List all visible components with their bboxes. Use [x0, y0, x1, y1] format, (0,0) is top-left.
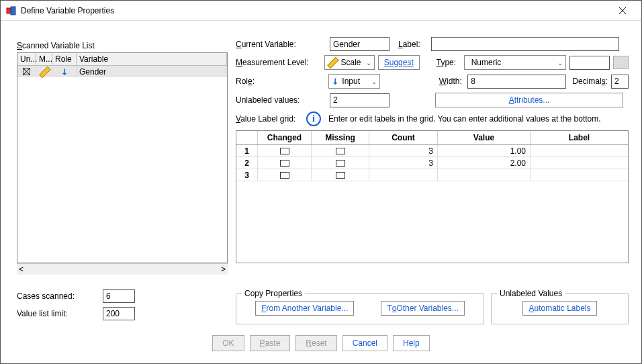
unlabeled-values-legend: Unlabeled Values [497, 289, 565, 298]
col-measure[interactable]: M... [36, 53, 52, 66]
value-label-grid[interactable]: Changed Missing Count Value Label 131.00… [236, 130, 629, 263]
checkbox-icon [280, 148, 289, 154]
type-extra-input[interactable] [569, 56, 610, 70]
titlebar: Define Variable Properties [1, 1, 641, 21]
to-other-variables-button[interactable]: To Other Variables... [381, 301, 465, 316]
value-cell[interactable]: 2.00 [438, 157, 531, 169]
automatic-labels-button[interactable]: Automatic Labels [522, 301, 596, 316]
reset-button[interactable]: Reset [295, 335, 336, 351]
current-variable-label: Current Variable: [236, 40, 326, 49]
value-label-grid-label: Value Label grid: [236, 114, 303, 124]
col-label[interactable]: Label [531, 131, 628, 144]
col-role[interactable]: Role [52, 53, 77, 66]
close-button[interactable] [609, 1, 636, 20]
checkbox-icon [336, 160, 345, 167]
chevron-down-icon: ⌄ [557, 59, 563, 66]
checkbox-icon [280, 160, 289, 167]
app-icon [6, 5, 17, 16]
chevron-down-icon: ⌄ [366, 59, 371, 66]
changed-cell[interactable] [258, 169, 312, 181]
cancel-button[interactable]: Cancel [342, 335, 387, 351]
cases-scanned-input[interactable] [103, 289, 135, 303]
label-cell[interactable] [531, 145, 628, 156]
checkbox-icon [280, 172, 289, 179]
window-title: Define Variable Properties [21, 6, 609, 15]
svg-rect-1 [11, 7, 15, 15]
scale-icon [328, 58, 337, 67]
col-variable[interactable]: Variable [77, 53, 227, 66]
checkbox-icon [336, 148, 345, 154]
missing-cell[interactable] [312, 157, 369, 169]
row-number: 1 [236, 145, 258, 156]
type-picker-button[interactable] [613, 56, 629, 69]
label-label: Label: [398, 40, 428, 49]
col-unlabeled[interactable]: Un... [17, 53, 36, 66]
attributes-button[interactable]: Attributes... [435, 93, 623, 107]
measurement-level-dropdown[interactable]: Scale ⌄ [324, 55, 374, 70]
label-cell[interactable] [531, 157, 628, 169]
variable-name: Gender [77, 66, 227, 77]
changed-cell[interactable] [258, 157, 312, 169]
variable-list-header: Un... M... Role Variable [17, 53, 227, 66]
grid-hint: Enter or edit labels in the grid. You ca… [328, 114, 601, 124]
value-list-limit-label: Value list limit: [17, 309, 103, 318]
h-scrollbar[interactable]: <> [17, 263, 228, 275]
paste-button[interactable]: Paste [250, 335, 291, 351]
changed-cell[interactable] [258, 145, 312, 156]
unlabeled-icon [23, 68, 30, 75]
cases-scanned-label: Cases scanned: [17, 291, 103, 301]
col-value[interactable]: Value [438, 131, 531, 144]
type-dropdown[interactable]: Numeric ⌄ [464, 55, 567, 70]
row-number: 3 [236, 169, 258, 181]
count-cell [369, 169, 438, 181]
col-missing[interactable]: Missing [312, 131, 369, 144]
grid-header: Changed Missing Count Value Label [236, 131, 628, 145]
col-changed[interactable]: Changed [258, 131, 312, 144]
unlabeled-values-group: Unlabeled Values Automatic Labels [491, 293, 629, 324]
missing-cell[interactable] [312, 169, 369, 181]
dialog-buttons: OK Paste Reset Cancel Help [1, 335, 641, 351]
info-icon: i [306, 111, 321, 126]
count-cell: 3 [369, 145, 438, 156]
grid-row[interactable]: 131.00 [236, 145, 628, 157]
grid-row[interactable]: 3 [236, 169, 628, 181]
count-cell: 3 [369, 157, 438, 169]
scale-icon [40, 67, 49, 77]
unlabeled-values-input[interactable] [330, 93, 389, 107]
label-cell[interactable] [531, 169, 628, 181]
type-label: Type: [437, 58, 461, 67]
value-list-limit-input[interactable] [103, 307, 135, 320]
copy-properties-legend: Copy Properties [242, 289, 305, 298]
missing-cell[interactable] [312, 145, 369, 156]
input-role-icon: ↘ [330, 76, 341, 87]
current-variable-input[interactable] [330, 37, 389, 51]
measurement-level-label: Measurement Level: [236, 58, 321, 67]
unlabeled-values-label: Unlabeled values: [236, 95, 326, 105]
help-button[interactable]: Help [393, 335, 430, 351]
col-count[interactable]: Count [369, 131, 438, 144]
suggest-button[interactable]: Suggest [378, 55, 420, 70]
svg-rect-0 [7, 8, 11, 13]
variable-row[interactable]: ↘ Gender [17, 66, 227, 77]
from-another-variable-button[interactable]: From Another Variable... [255, 301, 354, 316]
chevron-down-icon: ⌄ [371, 78, 377, 85]
role-dropdown[interactable]: ↘ Input ⌄ [328, 74, 380, 89]
checkbox-icon [336, 172, 345, 179]
scanned-list-label: Scanned Variable List [17, 41, 228, 50]
decimals-input[interactable] [611, 75, 629, 89]
variable-list[interactable]: Un... M... Role Variable ↘ Gender [17, 52, 228, 263]
label-input[interactable] [431, 37, 619, 51]
copy-properties-group: Copy Properties From Another Variable...… [236, 293, 484, 324]
value-cell[interactable]: 1.00 [438, 145, 531, 156]
grid-row[interactable]: 232.00 [236, 157, 628, 169]
input-role-icon: ↘ [58, 66, 70, 77]
width-input[interactable] [467, 75, 566, 89]
ok-button[interactable]: OK [212, 335, 244, 351]
decimals-label: Decimals: [572, 77, 608, 86]
value-cell[interactable] [438, 169, 531, 181]
width-label: Width: [439, 77, 465, 86]
row-number: 2 [236, 157, 258, 169]
role-label: Role: [236, 77, 325, 86]
